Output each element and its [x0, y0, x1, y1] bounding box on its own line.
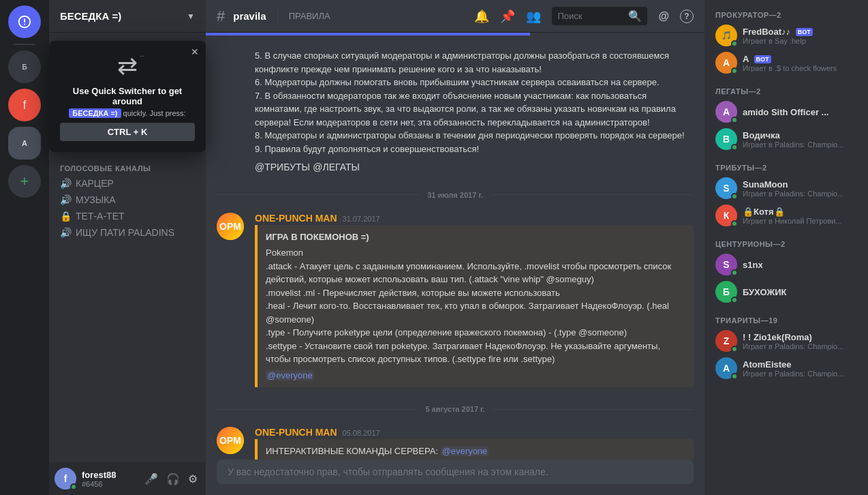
- member-status-fredboat: Играет в Say :help: [743, 37, 857, 45]
- voice-name-paladins: ИЩУ ПАТИ PALADINS: [76, 227, 174, 238]
- at-icon[interactable]: @: [658, 10, 669, 22]
- voice-channel-paladins[interactable]: 🔊 ИЩУ ПАТИ PALADINS: [55, 224, 200, 241]
- member-atomeistee[interactable]: A AtomEistee Играет в Paladins: Champio.…: [710, 355, 863, 382]
- quick-switcher-desc: БЕСЕДКА =) quickly. Just press:: [60, 109, 195, 117]
- server-icon-active[interactable]: А: [8, 127, 41, 160]
- date-divider-july: 31 июля 2017 г.: [206, 185, 704, 205]
- rules-avatar-spacer: [217, 49, 244, 175]
- member-amido[interactable]: A amido Sith Officer ...: [710, 98, 863, 125]
- user-status-dot: [70, 483, 77, 490]
- member-info-buhozhik: БУХОЖИК: [743, 287, 857, 297]
- message-content-opm1: ONE-PUNCH MAN 31.07.2017 ИГРА В ПОКЕМОНО…: [255, 213, 694, 389]
- voice-channel-muzyka[interactable]: 🔊 МУЗЫКА: [55, 192, 200, 208]
- member-name-ziolek: ! ! Zio1ek(Roma): [743, 332, 857, 342]
- divider-line-right-aug: [493, 409, 694, 410]
- server-label: Б: [22, 63, 27, 71]
- message-group-opm1: OPM ONE-PUNCH MAN 31.07.2017 ИГРА В ПОКЕ…: [206, 210, 704, 392]
- member-avatar-fredboat: 🎵: [715, 25, 737, 46]
- svg-text:OPM: OPM: [219, 221, 241, 232]
- quick-switcher-icon: ⇄ ···: [60, 52, 195, 80]
- author-opm1: ONE-PUNCH MAN: [255, 213, 337, 224]
- search-input[interactable]: [557, 11, 624, 21]
- bell-icon[interactable]: 🔔: [474, 9, 489, 24]
- date-text-august: 5 августа 2017 г.: [417, 405, 493, 413]
- topbar-hash-icon: #: [217, 7, 225, 25]
- pokemon-title: ИГРА В ПОКЕМОНОВ =): [266, 230, 685, 244]
- user-avatar: f: [55, 468, 76, 490]
- member-status-atomeistee: Играет в Paladins: Champio...: [743, 370, 857, 378]
- member-s1nx[interactable]: S s1nx: [710, 251, 863, 278]
- member-name-s1nx: s1nx: [743, 260, 857, 270]
- bot-badge-bot2: BOT: [754, 55, 771, 63]
- help-icon[interactable]: ?: [680, 10, 694, 23]
- add-server-button[interactable]: +: [8, 165, 41, 198]
- member-info-bot2: A BOT Играет в .$ to check flowers: [743, 54, 857, 72]
- member-avatar-kotya: К: [715, 205, 737, 226]
- member-sunamoon[interactable]: S SunaMoon Играет в Paladins: Champio...: [710, 175, 863, 202]
- pokemon-everyone: @everyone: [266, 369, 685, 382]
- voice-channel-tet-a-tet[interactable]: 🔒 ТЕТ-А-ТЕТ: [55, 208, 200, 224]
- rules-content: 5. В случае спорных ситуаций модераторы …: [255, 49, 694, 175]
- message-header-opm2: ONE-PUNCH MAN 05.08.2017: [255, 427, 694, 438]
- quick-switcher-close[interactable]: ✕: [191, 46, 199, 57]
- member-status-ziolek: Играет в Paladins: Champio...: [743, 342, 857, 350]
- group-label-centurioni: ЦЕНТУРИОНЫ—2: [704, 229, 868, 251]
- user-info: forest88 #6456: [82, 470, 136, 488]
- server-icon-f-label: f: [22, 98, 26, 112]
- member-info-vodichka: Водичка Играет в Paladins: Champio...: [743, 130, 857, 149]
- mute-button[interactable]: 🎤: [142, 470, 161, 488]
- server-divider: [14, 44, 35, 45]
- date-text-july: 31 июля 2017 г.: [419, 191, 491, 199]
- member-vodichka[interactable]: В Водичка Играет в Paladins: Champio...: [710, 125, 863, 153]
- server-icon-3vseti[interactable]: Б: [8, 50, 41, 83]
- settings-button[interactable]: ⚙: [185, 470, 200, 488]
- quick-switcher-shortcut[interactable]: CTRL + K: [60, 123, 195, 141]
- pin-icon[interactable]: 📌: [500, 9, 515, 24]
- pokemon-attack: .attack - Атакует цель с заданным упомин…: [266, 260, 685, 286]
- pokemon-type: .type - Получите poketype цели (определе…: [266, 326, 685, 340]
- divider-line-right: [491, 194, 694, 195]
- member-buhozhik[interactable]: Б БУХОЖИК: [710, 278, 863, 305]
- topbar-actions: 🔔 📌 👥 🔍 @ ?: [474, 7, 694, 25]
- member-ziolek[interactable]: Z ! ! Zio1ek(Roma) Играет в Paladins: Ch…: [710, 327, 863, 355]
- voice-channel-karcer[interactable]: 🔊 КАРЦЕР: [55, 175, 200, 192]
- author-opm2: ONE-PUNCH MAN: [255, 427, 337, 438]
- date-divider-august: 5 августа 2017 г.: [206, 400, 704, 419]
- member-name-kotya: 🔒Котя🔒: [743, 207, 857, 217]
- quick-switcher-overlay: ✕ ⇄ ··· Use Quick Switcher to get around…: [49, 41, 206, 152]
- group-label-prokurator: ПРОКУРАТОР—2: [704, 0, 868, 22]
- pokemon-message-box: ИГРА В ПОКЕМОНОВ =) Pokemon .attack - Ат…: [255, 225, 694, 388]
- member-info-sunamoon: SunaMoon Играет в Paladins: Champio...: [743, 179, 857, 198]
- member-avatar-ziolek: Z: [715, 330, 737, 352]
- messages-area[interactable]: 5. В случае спорных ситуаций модераторы …: [206, 35, 704, 460]
- status-buhozhik: [731, 297, 738, 303]
- member-info-atomeistee: AtomEistee Играет в Paladins: Champio...: [743, 359, 857, 378]
- member-bot2[interactable]: A A BOT Играет в .$ to check flowers: [710, 49, 863, 76]
- members-icon[interactable]: 👥: [526, 9, 541, 24]
- server-sidebar: Б f А +: [0, 0, 49, 495]
- quick-switcher-title: Use Quick Switcher to get around: [60, 86, 195, 106]
- user-initial: f: [64, 473, 67, 484]
- member-avatar-sunamoon: S: [715, 177, 737, 199]
- member-name-bot2: A BOT: [743, 54, 857, 64]
- member-kotya[interactable]: К 🔒Котя🔒 Играет в Николай Петрови...: [710, 202, 863, 229]
- timestamp-opm1: 31.07.2017: [343, 215, 380, 223]
- member-info-ziolek: ! ! Zio1ek(Roma) Играет в Paladins: Cham…: [743, 332, 857, 350]
- member-avatar-s1nx: S: [715, 254, 737, 275]
- member-name-amido: amido Sith Officer ...: [743, 107, 857, 117]
- server-icon-f[interactable]: f: [8, 89, 41, 121]
- member-fredboat[interactable]: 🎵 FredBoat♪♪ BOT Играет в Say :help: [710, 22, 863, 49]
- topbar-divider: [277, 10, 278, 23]
- topbar-channel-name: pravila: [233, 10, 266, 22]
- status-bot2: [731, 68, 738, 74]
- right-sidebar: ПРОКУРАТОР—2 🎵 FredBoat♪♪ BOT Играет в S…: [704, 0, 868, 495]
- server-name-label: БЕСЕДКА =): [60, 10, 121, 22]
- status-atomeistee: [731, 373, 738, 380]
- deafen-button[interactable]: 🎧: [164, 470, 183, 488]
- server-name-header[interactable]: БЕСЕДКА =) ▼: [49, 0, 206, 33]
- search-bar[interactable]: 🔍: [552, 7, 647, 25]
- voice-channels-label: ГОЛОСОВЫЕ КАНАЛЫ: [49, 153, 206, 175]
- svg-text:OPM: OPM: [219, 435, 241, 446]
- rules-text: 5. В случае спорных ситуаций модераторы …: [255, 49, 694, 155]
- direct-messages-icon[interactable]: [8, 5, 41, 38]
